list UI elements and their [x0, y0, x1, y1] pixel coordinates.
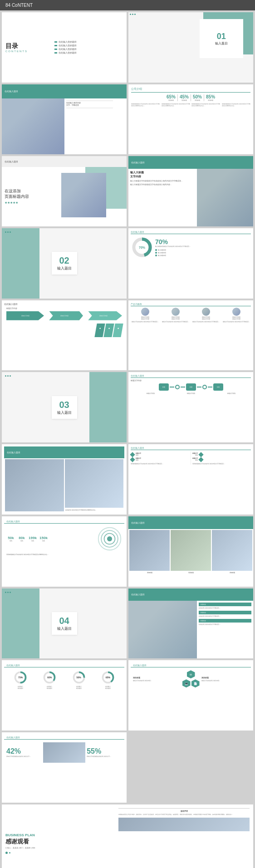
circle-chart: 65% [101, 670, 115, 685]
decorative-dots [5, 852, 111, 854]
hex-title2: 清洗标题 [201, 677, 249, 679]
stat-label: 清洗 [28, 540, 37, 542]
slide-title: 在此输入题目 [131, 446, 251, 450]
product-label: 添加文字内容添加文字外部 [131, 317, 160, 320]
product-desc: 描述文字在此处填入相关内容文字字数适宜... [161, 321, 190, 323]
slide-text: 70% 输入标题内容描述文字在此处填入相关内容文字字数适宜... 输入标题内容 … [155, 238, 251, 256]
bullet-dot [54, 52, 57, 54]
section-number-block: 04 输入题目 [52, 612, 77, 635]
slide-image [197, 169, 253, 226]
circle-stat-item: 60% 在此输入相关题目 [42, 670, 57, 689]
list-item: 输入标题内容 [155, 249, 251, 251]
desc-text: 清洗标题描述文字在此处填入相关内容文字字数适宜... [192, 463, 251, 465]
slide-three-photos: 在此输入题目 添加标题 清洗标题 添加标题 [128, 516, 253, 587]
divider [191, 451, 191, 465]
stat-label: 清洗 [39, 540, 48, 542]
diamond-icon [130, 452, 135, 457]
slide-header-text: 在此输入题目 [7, 451, 20, 454]
photo-right [65, 459, 124, 507]
tag-desc: 在此处填入相关内容文字字数适宜... [199, 608, 251, 609]
diamond-body: 标题文字清洗 标题文字清洗 清洗标题描述文字在此处填入相关内容文字字数适宜...… [131, 451, 251, 465]
thankyou-left: BUSINESS PLAN 感谢观看 汇报人：某某某 | 部门：某某部 | 20… [2, 804, 115, 868]
copyright-text: 本模板由某某公司设计制作，版权所有，仅供学习交流使用，未经允许不得用于商业用途。… [118, 814, 250, 815]
rotated-text-group: 添加文字内容 添加文字内容 添加文字内容 [6, 324, 122, 337]
stat-item: 50k 清洗 [6, 536, 15, 542]
stats-row: 65% 清洗标题 45% 清洗标题 50% 清洗标题 85% 清洗标题 [131, 94, 250, 101]
slide-content-photo2: 在此输入题目 输入大标题文字内容 输入大标题文字内容描述文字在此处填入相关内容文… [128, 156, 253, 226]
concentric-body: 50k 清洗 80k 清洗 199k 清洗 150k 清洗 [4, 525, 124, 553]
section-title: 输入题目 [57, 266, 72, 271]
arrow-text: 添加文字内容 [60, 315, 69, 317]
slide-header-text: 在此输入题目 [5, 90, 18, 93]
arrow-shape: 添加文字内容 [6, 311, 44, 320]
hex-desc: 描述文字在此处填入相关内容... [133, 680, 181, 682]
diamond-icon [130, 457, 135, 462]
section-number-block: 01 输入题目 [200, 19, 243, 58]
photos-row [128, 529, 253, 571]
process-row: 添加文字内容 添加文字内容 添加文字内容 [4, 311, 124, 320]
list-item: 在此输入您的题目 [54, 44, 124, 47]
tag-3: 标题此处 [199, 619, 251, 623]
slide-body: 输入大标题文字内容 输入大标题文字内容描述文字在此处填入相关内容文字字数适宜..… [128, 169, 253, 226]
list-item: 在此输入您的题目 [54, 41, 124, 43]
header-bar: 84 CoNTENT [0, 0, 255, 10]
stat-number: 45% [180, 94, 189, 99]
contents-title: 目录 [5, 42, 48, 50]
stat-label: 清洗标题 [193, 99, 202, 101]
dot-large [5, 852, 8, 854]
svg-point-6 [107, 536, 112, 541]
photo-label: 清洗标题 [171, 572, 211, 585]
product-label: 添加文字内容添加文字外部 [161, 317, 190, 320]
tag-desc: 在此处填入相关内容文字字数适宜... [199, 616, 251, 618]
dot [5, 592, 6, 593]
product-desc: 描述文字在此处填入相关内容文字字数适宜... [191, 321, 221, 323]
tag-1: 标题此处 [199, 603, 251, 606]
star-rating: ★★★★★ [5, 201, 55, 205]
stat-label: 清洗标题 [180, 99, 189, 101]
list-item: 输入标题内容 [155, 252, 251, 254]
hex-icons: ✉ 💻 📄 [182, 670, 200, 687]
contents-items: 在此输入您的题目 在此输入您的题目 在此输入您的题目 在此输入您的题目 [52, 38, 127, 57]
slide-left: 输入大标题文字内容 输入大标题文字内容描述文字在此处填入相关内容文字字数适宜..… [128, 169, 197, 226]
header-label: 84 CoNTENT [5, 3, 33, 8]
diamond-row: 标题文字清洗 [192, 458, 251, 461]
slide-right [58, 167, 127, 226]
section-number: 02 [57, 255, 72, 266]
product-label: 添加文字内容添加文字外部 [191, 317, 221, 320]
stat-divider [177, 94, 178, 101]
slide-circle-stats: 在此输入题目 75% 在此输入相关题目 60% [2, 660, 127, 731]
slide-dots [4, 230, 12, 234]
slide-header-text: 在此输入题目 [131, 521, 145, 524]
pct-label: 60% [47, 676, 52, 679]
slide-diamond: 在此输入题目 标题文字清洗 标题文字清洗 清洗标题描述文字在此处填入相关内容文字… [128, 444, 253, 515]
labels-row: 添加标题 清洗标题 添加标题 [128, 571, 253, 586]
chain-labels: 标题文字清洗 标题文字清洗 标题文字清洗 [131, 392, 251, 394]
circle-label: 在此输入相关题目 [13, 686, 28, 689]
divider [66, 108, 113, 108]
slide-add-image: 在此输入题目 在这添加页面标题内容 ★★★★★ [2, 156, 127, 226]
process-item: 添加文字内容 [6, 311, 44, 320]
dot-small [9, 852, 10, 853]
arrow-shape: 添加文字内容 [84, 311, 122, 320]
slide-process: 在此输入题目 标题文字内容 添加文字内容 添加文字内容 添加文字内容 [2, 300, 127, 371]
diamond-icon [198, 452, 203, 457]
diamond-row: 标题文字清洗 [192, 453, 251, 456]
hex-icon-1: ✉ [187, 670, 195, 678]
bullet-dot [54, 45, 57, 46]
stat-item: 85% 清洗标题 [206, 94, 215, 101]
product-desc: 描述文字在此处填入相关内容文字字数适宜... [131, 321, 160, 323]
circle-chart: 60% [42, 670, 57, 685]
product-item: 添加文字内容添加文字外部 [131, 308, 160, 320]
split-left: 42% 添加文字内容描述在此处填入相关文字... [6, 747, 42, 757]
stat-num: 199k [28, 536, 37, 540]
slide-image [2, 98, 64, 155]
hex-text-left: 清洗标题 描述文字在此处填入相关内容... [133, 677, 181, 682]
donut-chart: 70% [131, 236, 153, 259]
photo-3 [212, 530, 252, 571]
desc-text: 清洗标题描述文字在此处填入相关内容文字字数适宜以清晰表达为主... [162, 103, 191, 107]
photo-1 [129, 530, 170, 571]
product-desc: 描述文字在此处填入相关内容文字字数适宜... [222, 321, 251, 323]
chain-node: 标题 [186, 383, 196, 391]
photo-label: 添加标题 [212, 572, 252, 585]
diamond-text: 标题文字清洗 [136, 458, 141, 461]
